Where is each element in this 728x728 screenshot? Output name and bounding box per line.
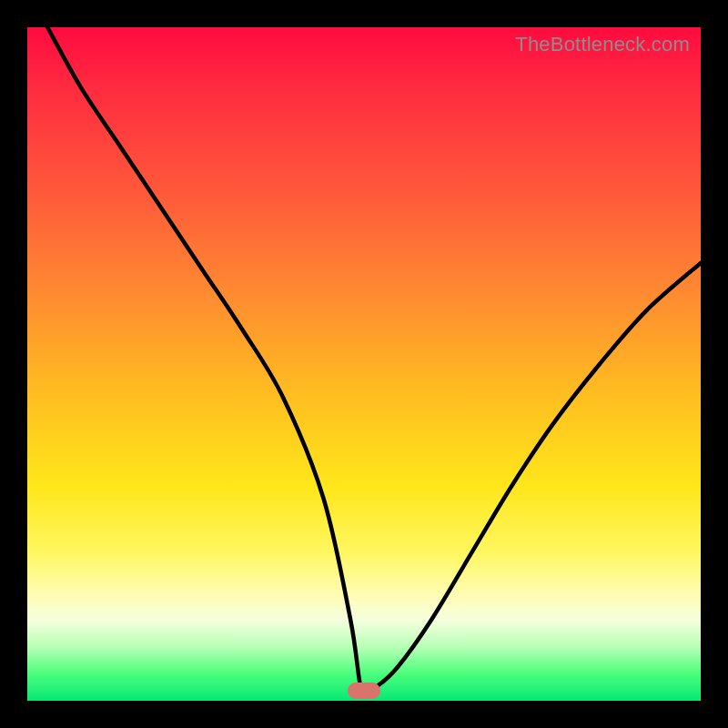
plot-area: TheBottleneck.com	[27, 27, 701, 701]
minimum-marker	[348, 682, 380, 699]
chart-stage: TheBottleneck.com	[0, 0, 728, 728]
curve-path	[47, 27, 701, 693]
bottleneck-curve	[27, 27, 701, 701]
